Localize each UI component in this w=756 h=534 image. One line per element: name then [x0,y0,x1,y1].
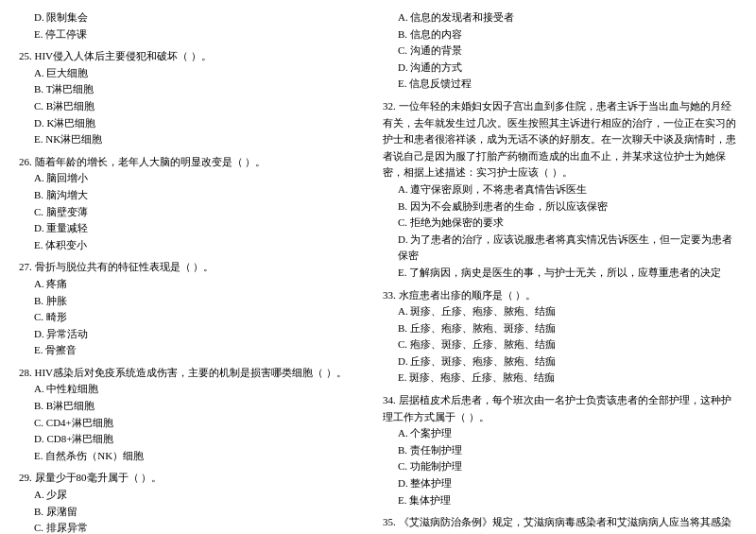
q32-title: 32. 一位年轻的未婚妇女因子宫出血到多住院，患者主诉于当出血与她的月经有关，去… [383,98,737,181]
q32-a: A. 遵守保密原则，不将患者真情告诉医生 [383,181,737,198]
q25-title: 25. HIV侵入人体后主要侵犯和破坏（ ）。 [19,48,373,65]
q31-a: A. 信息的发现者和接受者 [383,9,737,26]
q33-e: E. 斑疹、疱疹、丘疹、脓疱、结痂 [383,370,737,387]
question-27: 27. 骨折与脱位共有的特征性表现是（ ）。 A. 疼痛 B. 肿胀 C. 畸形… [19,259,373,359]
q32-d: D. 为了患者的治疗，应该说服患者将真实情况告诉医生，但一定要为患者保密 [383,232,737,265]
question-32: 32. 一位年轻的未婚妇女因子宫出血到多住院，患者主诉于当出血与她的月经有关，去… [383,98,737,282]
q25-e: E. NK淋巴细胞 [19,131,373,148]
main-content: D. 限制集会 E. 停工停课 25. HIV侵入人体后主要侵犯和破坏（ ）。 … [19,9,737,534]
q33-c: C. 疱疹、斑疹、丘疹、脓疱、结痂 [383,336,737,353]
q29-b: B. 尿潴留 [19,504,373,521]
q28-a: A. 中性粒细胞 [19,381,373,398]
q26-e: E. 体积变小 [19,237,373,254]
page-container: D. 限制集会 E. 停工停课 25. HIV侵入人体后主要侵犯和破坏（ ）。 … [19,9,737,534]
option-d-limit: D. 限制集会 [19,9,373,26]
q34-e: E. 集体护理 [383,492,737,509]
question-35: 35. 《艾滋病防治条例》规定，艾滋病病毒感染者和艾滋病病人应当将其感染或者发病… [383,514,737,534]
q34-b: B. 责任制护理 [383,442,737,459]
q27-e: E. 骨擦音 [19,342,373,359]
q25-b: B. T淋巴细胞 [19,81,373,98]
q28-c: C. CD4+淋巴细胞 [19,415,373,432]
q33-b: B. 丘疹、疱疹、脓疱、斑疹、结痂 [383,320,737,337]
option-e-work: E. 停工停课 [19,26,373,43]
q27-c: C. 畸形 [19,309,373,326]
right-column: A. 信息的发现者和接受者 B. 信息的内容 C. 沟通的背景 D. 沟通的方式… [383,9,737,534]
q33-title: 33. 水痘患者出疹的顺序是（ ）。 [383,287,737,304]
q26-c: C. 脑壁变薄 [19,204,373,221]
question-26: 26. 随着年龄的增长，老年人大脑的明显改变是（ ）。 A. 脑回增小 B. 脑… [19,154,373,254]
q27-d: D. 异常活动 [19,326,373,343]
q27-b: B. 肿胀 [19,293,373,310]
q29-a: A. 少尿 [19,487,373,504]
q31-d: D. 沟通的方式 [383,60,737,77]
q25-d: D. K淋巴细胞 [19,115,373,132]
q33-d: D. 丘疹、斑疹、疱疹、脓疱、结痂 [383,353,737,370]
q34-a: A. 个案护理 [383,425,737,442]
q28-title: 28. HIV感染后对免疫系统造成伤害，主要的机制是损害哪类细胞（ ）。 [19,365,373,382]
q28-b: B. B淋巴细胞 [19,398,373,415]
q28-e: E. 自然杀伤（NK）细胞 [19,448,373,465]
q34-d: D. 整体护理 [383,475,737,492]
q26-title: 26. 随着年龄的增长，老年人大脑的明显改变是（ ）。 [19,154,373,171]
q32-b: B. 因为不会威胁到患者的生命，所以应该保密 [383,198,737,215]
q32-c: C. 拒绝为她保密的要求 [383,215,737,232]
q33-a: A. 斑疹、丘疹、疱疹、脓疱、结痂 [383,303,737,320]
q25-c: C. B淋巴细胞 [19,98,373,115]
question-25: 25. HIV侵入人体后主要侵犯和破坏（ ）。 A. 巨大细胞 B. T淋巴细胞… [19,48,373,148]
q31-c: C. 沟通的背景 [383,43,737,60]
q34-c: C. 功能制护理 [383,458,737,475]
q32-e: E. 了解病因，病史是医生的事，与护士无关，所以，应尊重患者的决定 [383,265,737,282]
q31-b: B. 信息的内容 [383,26,737,43]
q28-d: D. CD8+淋巴细胞 [19,431,373,448]
question-28: 28. HIV感染后对免疫系统造成伤害，主要的机制是损害哪类细胞（ ）。 A. … [19,365,373,465]
q25-a: A. 巨大细胞 [19,65,373,82]
question-31-options: A. 信息的发现者和接受者 B. 信息的内容 C. 沟通的背景 D. 沟通的方式… [383,9,737,93]
q27-a: A. 疼痛 [19,276,373,293]
q27-title: 27. 骨折与脱位共有的特征性表现是（ ）。 [19,259,373,276]
q26-b: B. 脑沟增大 [19,187,373,204]
q26-a: A. 脑回增小 [19,170,373,187]
left-column: D. 限制集会 E. 停工停课 25. HIV侵入人体后主要侵犯和破坏（ ）。 … [19,9,373,534]
question-34: 34. 层据植皮术后患者，每个班次由一名护士负责该患者的全部护理，这种护理工作方… [383,392,737,508]
q31-e: E. 信息反馈过程 [383,76,737,93]
q29-title: 29. 尿量少于80毫升属于（ ）。 [19,470,373,487]
q26-d: D. 重量减轻 [19,220,373,237]
question-33: 33. 水痘患者出疹的顺序是（ ）。 A. 斑疹、丘疹、疱疹、脓疱、结痂 B. … [383,287,737,388]
question-continuation: D. 限制集会 E. 停工停课 [19,9,373,43]
q34-title: 34. 层据植皮术后患者，每个班次由一名护士负责该患者的全部护理，这种护理工作方… [383,392,737,425]
question-29: 29. 尿量少于80毫升属于（ ）。 A. 少尿 B. 尿潴留 C. 排尿异常 … [19,470,373,534]
q35-title: 35. 《艾滋病防治条例》规定，艾滋病病毒感染者和艾滋病病人应当将其感染或者发病… [383,514,737,534]
q29-c: C. 排尿异常 [19,520,373,534]
